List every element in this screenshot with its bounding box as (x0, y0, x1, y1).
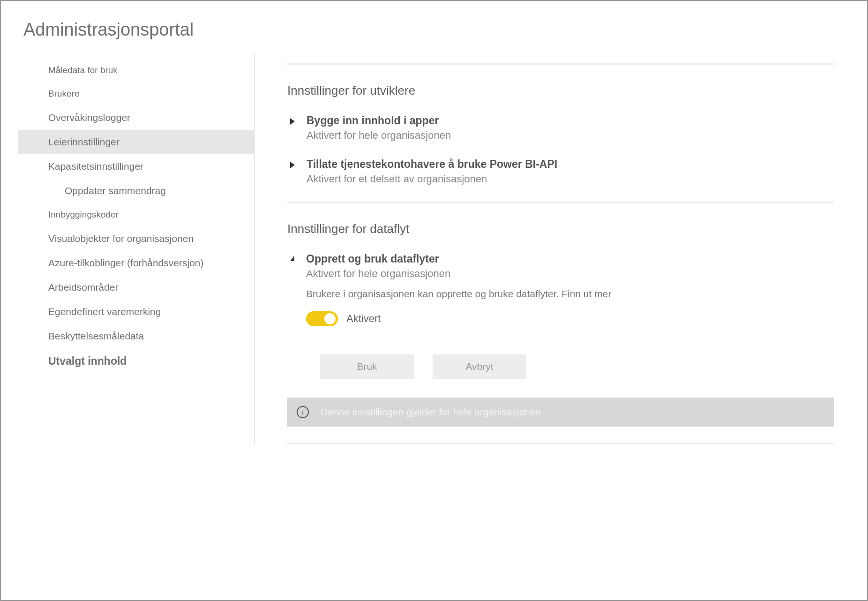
setting-name: Tillate tjenestekontohavere å bruke Powe… (307, 158, 834, 171)
expand-up-icon (290, 255, 294, 261)
sidebar-item-beskyttelsesmaledata[interactable]: Beskyttelsesmåledata (18, 324, 254, 348)
toggle-aktivert[interactable] (306, 311, 338, 326)
info-banner: i Denne innstillingen gjelder for hele o… (287, 398, 834, 427)
apply-button[interactable]: Bruk (320, 354, 414, 379)
section-title-dataflyt: Innstillinger for dataflyt (287, 222, 834, 236)
sidebar-item-leierinnstillinger[interactable]: Leierinnstillinger (18, 130, 254, 154)
setting-opprett-dataflyter[interactable]: Opprett og bruk dataflyter Aktivert for … (287, 253, 834, 398)
section-divider (287, 63, 834, 65)
setting-bygge-inn[interactable]: Bygge inn innhold i apper Aktivert for h… (287, 114, 834, 142)
info-icon: i (297, 406, 309, 418)
sidebar-item-oppdater-sammendrag[interactable]: Oppdater sammendrag (18, 179, 254, 203)
sidebar-item-maledata[interactable]: Måledata for bruk (18, 59, 254, 82)
section-title-utviklere: Innstillinger for utviklere (287, 83, 834, 98)
section-divider (287, 202, 834, 203)
sidebar-item-kapasitetsinnstillinger[interactable]: Kapasitetsinnstillinger (18, 154, 254, 179)
sidebar-item-brukere[interactable]: Brukere (18, 82, 254, 105)
setting-status: Aktivert for hele organisasjonen (307, 129, 834, 142)
setting-tillate-tjenestekontohavere[interactable]: Tillate tjenestekontohavere å bruke Powe… (287, 158, 834, 185)
toggle-row: Aktivert (306, 311, 834, 326)
main-content: Innstillinger for utviklere Bygge inn in… (254, 54, 867, 444)
button-row: Bruk Avbryt (306, 354, 834, 379)
sidebar-item-azure-tilkoblinger[interactable]: Azure-tilkoblinger (forhåndsversjon) (18, 251, 254, 275)
setting-name: Opprett og bruk dataflyter (306, 253, 834, 265)
sidebar-item-egendefinert-varemerking[interactable]: Egendefinert varemerking (18, 300, 254, 324)
toggle-knob (324, 313, 336, 324)
expand-right-icon (290, 118, 295, 125)
setting-name: Bygge inn innhold i apper (307, 114, 834, 127)
setting-description: Brukere i organisasjonen kan opprette og… (306, 288, 834, 300)
cancel-button[interactable]: Avbryt (433, 354, 526, 379)
sidebar-item-innbyggingskoder[interactable]: Innbyggingskoder (18, 203, 254, 226)
sidebar: Måledata for bruk Brukere Overvåkingslog… (18, 54, 254, 444)
sidebar-item-arbeidsomrader[interactable]: Arbeidsområder (18, 275, 254, 300)
toggle-label: Aktivert (346, 313, 381, 325)
section-divider (287, 443, 834, 444)
expand-right-icon (290, 162, 295, 168)
sidebar-item-utvalgt-innhold[interactable]: Utvalgt innhold (18, 348, 254, 374)
info-text: Denne innstillingen gjelder for hele org… (321, 406, 541, 418)
page-title: Administrasjonsportal (1, 1, 867, 54)
setting-status: Aktivert for hele organisasjonen (306, 268, 834, 280)
sidebar-item-visualobjekter[interactable]: Visualobjekter for organisasjonen (18, 226, 254, 251)
sidebar-item-overvakingslogger[interactable]: Overvåkingslogger (18, 105, 254, 130)
setting-status: Aktivert for et delsett av organisasjone… (307, 173, 834, 185)
